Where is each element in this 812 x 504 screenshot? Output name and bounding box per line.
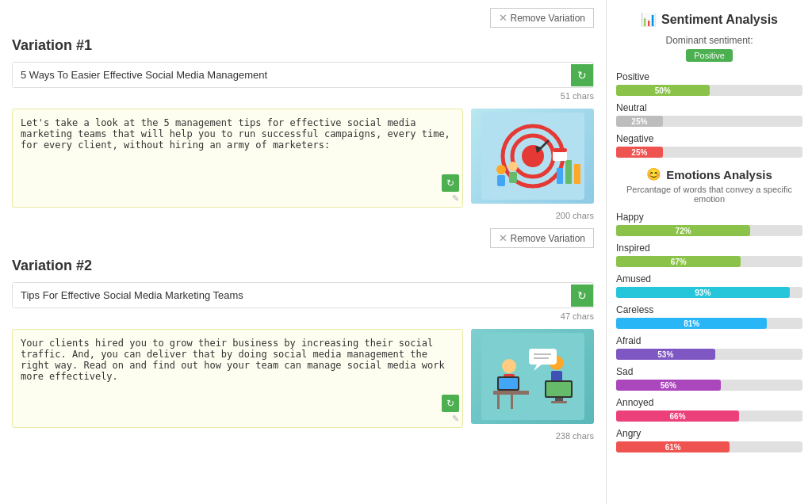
emotion-bar-fill: 66% (616, 410, 739, 422)
variation1-textarea-icons: ↻ ✎ (442, 174, 459, 204)
emotion-bar-track: 81% (616, 318, 802, 329)
variation1-content-textarea[interactable]: Let's take a look at the 5 management ti… (13, 109, 462, 204)
variation1-content-row: Let's take a look at the 5 management ti… (12, 109, 594, 208)
emotion-bar-track: 56% (616, 380, 802, 391)
emotion-row: Inspired 67% (616, 242, 802, 267)
svg-rect-19 (497, 395, 500, 409)
sentiment-bar-track: 50% (616, 85, 802, 96)
emotion-bar-track: 53% (616, 349, 802, 360)
sentiment-bar-fill: 50% (616, 85, 710, 96)
remove-variation1-row: ✕ Remove Variation (12, 8, 594, 32)
emotions-title: 😊 Emotions Analysis (616, 167, 802, 181)
sentiment-row: Negative 25% (616, 133, 802, 158)
variation1-image (471, 109, 594, 204)
svg-rect-15 (481, 333, 584, 420)
emotion-bars: Happy 72% Inspired 67% Amused 93% Carele… (616, 212, 802, 452)
emotion-bar-fill: 72% (616, 225, 750, 236)
variation1-textarea-wrap: Let's take a look at the 5 management ti… (12, 109, 463, 208)
sentiment-bar-fill: 25% (616, 116, 663, 127)
emotion-row: Annoyed 66% (616, 397, 802, 422)
emotion-bar-track: 61% (616, 441, 802, 452)
emotion-row: Sad 56% (616, 366, 802, 391)
remove-variation2-button[interactable]: ✕ Remove Variation (490, 228, 595, 248)
emotion-bar-track: 72% (616, 225, 802, 236)
emotion-bar-pct: 72% (676, 227, 691, 235)
emotion-bar-track: 66% (616, 410, 802, 422)
emotion-row: Happy 72% (616, 212, 802, 236)
sentiment-bars: Positive 50% Neutral 25% Negative 25% (616, 71, 802, 158)
variation2-content-charcount: 238 chars (12, 431, 594, 441)
variation2-title-row: ↻ (12, 282, 594, 308)
sentiment-bar-pct: 25% (631, 148, 647, 157)
emotion-label: Happy (616, 212, 802, 223)
variation1-header: Variation #1 (12, 37, 594, 54)
variation2-edit-button[interactable]: ✎ (452, 414, 459, 424)
emotion-bar-track: 67% (616, 256, 802, 267)
close-icon2: ✕ (499, 232, 508, 244)
svg-rect-25 (529, 349, 557, 365)
emotion-bar-pct: 66% (670, 412, 686, 421)
emotion-label: Annoyed (616, 397, 802, 408)
emotion-label: Inspired (616, 242, 802, 254)
variation2-content-textarea[interactable]: Your clients hired you to grow their bus… (13, 330, 462, 425)
svg-rect-9 (509, 172, 517, 183)
svg-rect-12 (574, 164, 580, 184)
variation1-title-input[interactable] (13, 63, 571, 87)
emotion-label: Amused (616, 273, 802, 284)
variation1-content-charcount: 200 chars (12, 211, 594, 220)
emotion-bar-fill: 67% (616, 256, 741, 267)
svg-rect-14 (553, 148, 567, 152)
variation2-illustration (481, 333, 584, 420)
bar-chart-icon: 📊 (641, 12, 657, 27)
emotion-label: Angry (616, 428, 802, 439)
emotion-label: Afraid (616, 335, 802, 346)
emotion-bar-fill: 61% (616, 441, 730, 452)
sentiment-label: Neutral (616, 102, 802, 113)
emotion-label: Careless (616, 304, 802, 315)
left-panel: ✕ Remove Variation Variation #1 ↻ 51 cha… (0, 0, 606, 504)
emotion-bar-pct: 67% (671, 258, 687, 266)
sentiment-label: Negative (616, 133, 802, 144)
sentiment-bar-pct: 25% (631, 117, 647, 126)
svg-rect-31 (555, 398, 563, 401)
emotion-bar-fill: 93% (616, 287, 790, 298)
emotion-bar-fill: 53% (616, 349, 715, 360)
sentiment-bar-track: 25% (616, 116, 802, 127)
variation2-title-charcount: 47 chars (12, 311, 594, 321)
svg-rect-32 (551, 401, 567, 403)
variation2-textarea-wrap: Your clients hired you to grow their bus… (12, 329, 463, 428)
svg-rect-10 (557, 168, 563, 184)
variation1-title-charcount: 51 chars (12, 91, 594, 101)
emotions-subtitle: Percantage of words that convey a specif… (616, 185, 802, 204)
emotion-row: Angry 61% (616, 428, 802, 452)
emotion-bar-pct: 81% (684, 319, 699, 328)
variation2-textarea-icons: ↻ ✎ (442, 395, 459, 424)
svg-rect-22 (499, 378, 518, 389)
variation1-content-refresh-button[interactable]: ↻ (442, 174, 459, 192)
svg-rect-30 (546, 382, 571, 396)
right-panel: 📊 Sentiment Analysis Dominant sentiment:… (606, 0, 812, 504)
emotion-bar-fill: 56% (616, 380, 721, 391)
remove-variation2-row: ✕ Remove Variation (12, 228, 594, 253)
sentiment-row: Positive 50% (616, 71, 802, 96)
svg-rect-7 (497, 175, 505, 186)
svg-rect-18 (493, 391, 529, 395)
emotion-row: Careless 81% (616, 304, 802, 329)
sentiment-title: 📊 Sentiment Analysis (616, 12, 802, 27)
variation2-content-row: Your clients hired you to grow their bus… (12, 329, 594, 428)
close-icon: ✕ (499, 12, 508, 24)
emotion-label: Sad (616, 366, 802, 377)
emotion-bar-fill: 81% (616, 318, 767, 329)
variation1-title-refresh-button[interactable]: ↻ (571, 64, 593, 86)
variation2-title-refresh-button[interactable]: ↻ (571, 284, 593, 307)
emotion-row: Afraid 53% (616, 335, 802, 360)
emotion-bar-pct: 93% (695, 288, 710, 297)
emotion-bar-pct: 53% (657, 350, 673, 359)
variation2-image (471, 329, 594, 424)
variation2-content-refresh-button[interactable]: ↻ (442, 395, 459, 412)
variation2-title-input[interactable] (13, 283, 571, 307)
remove-variation1-button[interactable]: ✕ Remove Variation (490, 8, 595, 28)
variation1-edit-button[interactable]: ✎ (452, 193, 459, 204)
sentiment-bar-fill: 25% (616, 147, 663, 158)
emotion-row: Amused 93% (616, 273, 802, 298)
